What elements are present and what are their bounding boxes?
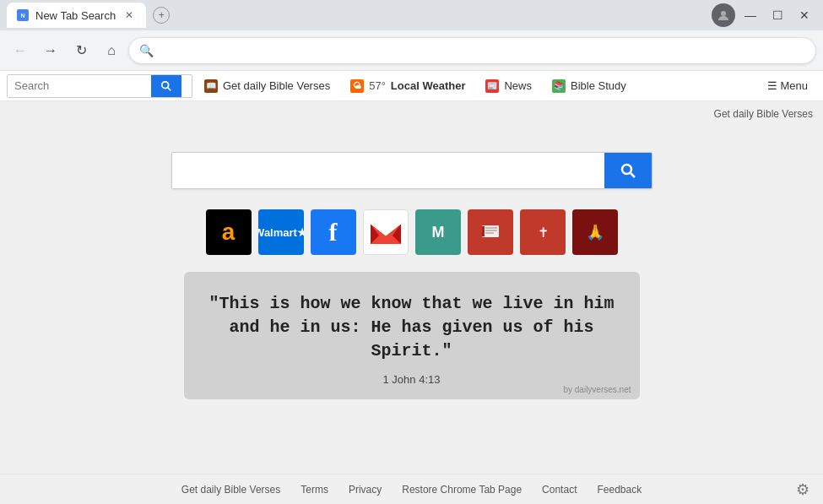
main-search-input[interactable]: [172, 153, 604, 188]
address-bar: ← → ↻ ⌂ 🔍: [0, 30, 823, 71]
bookmark-news[interactable]: 📰 News: [477, 76, 540, 96]
settings-gear-icon[interactable]: ⚙: [793, 480, 813, 500]
quick-link-gmail[interactable]: [363, 209, 409, 255]
quick-links: a Walmart★ f: [206, 209, 618, 255]
main-search-button[interactable]: [604, 153, 652, 188]
quick-link-bible[interactable]: ✝: [520, 209, 566, 255]
svg-rect-11: [482, 226, 485, 236]
bookmark-study-label: Bible Study: [571, 79, 626, 92]
bible-verses-icon: 📖: [204, 79, 218, 93]
main-search-box: [171, 152, 652, 189]
main-search-area: [0, 152, 823, 189]
address-input-wrap: 🔍: [128, 37, 816, 64]
svg-point-3: [162, 81, 169, 88]
forward-button[interactable]: →: [37, 37, 64, 64]
weather-icon: 🌤: [350, 79, 364, 93]
bookmark-news-label: News: [504, 79, 532, 92]
newtab-content: Get daily Bible Verses a: [0, 101, 823, 504]
bible-verse-reference: 1 John 4:13: [208, 373, 616, 386]
footer-restore[interactable]: Restore Chrome Tab Page: [402, 484, 522, 496]
tab-favicon: N: [17, 9, 29, 21]
menu-button[interactable]: ☰ Menu: [759, 76, 816, 95]
browser-frame: N New Tab Search ✕ + — ☐ ✕ ← → ↻ ⌂ 🔍: [0, 0, 823, 504]
daily-bible-verses-link[interactable]: Get daily Bible Verses: [714, 108, 813, 120]
svg-point-5: [622, 165, 631, 174]
bookmark-bible-study[interactable]: 📚 Bible Study: [544, 76, 635, 96]
footer-terms[interactable]: Terms: [301, 484, 328, 496]
back-button[interactable]: ←: [7, 37, 34, 64]
svg-line-4: [168, 87, 171, 90]
title-bar: N New Tab Search ✕ + — ☐ ✕: [0, 0, 823, 30]
svg-text:N: N: [20, 13, 24, 19]
tab-close-button[interactable]: ✕: [122, 8, 136, 22]
svg-line-6: [631, 173, 635, 177]
svg-text:🙏: 🙏: [586, 223, 605, 241]
maximize-button[interactable]: ☐: [766, 3, 789, 27]
bible-verse-text: "This is how we know that we live in him…: [208, 292, 616, 363]
quick-links-section: a Walmart★ f: [0, 209, 823, 255]
bookmark-bible-verses[interactable]: 📖 Get daily Bible Verses: [196, 76, 338, 96]
newtab-topbar: 📖 Get daily Bible Verses 🌤 57° Local Wea…: [0, 71, 823, 101]
address-search-icon: 🔍: [139, 44, 154, 57]
profile-button[interactable]: [712, 3, 735, 27]
footer-privacy[interactable]: Privacy: [349, 484, 382, 496]
bookmark-weather[interactable]: 🌤 57° Local Weather: [342, 76, 474, 96]
quick-link-pray[interactable]: 🙏: [572, 209, 618, 255]
svg-point-2: [721, 11, 726, 16]
bible-card-watermark: by dailyverses.net: [563, 385, 631, 394]
svg-text:M: M: [431, 224, 444, 241]
tab-title: New Tab Search: [35, 9, 116, 22]
footer-contact[interactable]: Contact: [542, 484, 577, 496]
address-input[interactable]: [160, 44, 805, 57]
footer-daily-bible[interactable]: Get daily Bible Verses: [181, 484, 280, 496]
quick-link-books[interactable]: [468, 209, 513, 255]
footer-feedback[interactable]: Feedback: [597, 484, 642, 496]
bookmark-weather-label: Local Weather: [391, 79, 466, 92]
topbar-search-button[interactable]: [151, 75, 181, 97]
bookmark-bible-label: Get daily Bible Verses: [223, 79, 330, 92]
browser-tab[interactable]: N New Tab Search ✕: [7, 3, 146, 28]
news-icon: 📰: [485, 79, 499, 93]
close-button[interactable]: ✕: [793, 3, 816, 27]
reload-button[interactable]: ↻: [68, 37, 95, 64]
quick-link-facebook[interactable]: f: [311, 209, 356, 255]
minimize-button[interactable]: —: [739, 3, 762, 27]
new-tab-button[interactable]: +: [153, 7, 170, 24]
quick-link-amazon[interactable]: a: [206, 209, 252, 255]
topbar-search-box: [7, 74, 192, 98]
menu-label: ☰ Menu: [767, 79, 808, 92]
window-controls: — ☐ ✕: [712, 3, 816, 27]
newtab-footer: Get daily Bible Verses Terms Privacy Res…: [0, 474, 823, 504]
topbar-search-input[interactable]: [8, 75, 151, 97]
quick-link-mint[interactable]: M: [415, 209, 461, 255]
weather-temp: 57°: [369, 79, 386, 92]
bible-verse-card: "This is how we know that we live in him…: [184, 272, 640, 399]
home-button[interactable]: ⌂: [98, 37, 125, 64]
svg-text:✝: ✝: [537, 225, 548, 240]
quick-link-walmart[interactable]: Walmart★: [258, 209, 304, 255]
bible-study-icon: 📚: [552, 79, 566, 93]
